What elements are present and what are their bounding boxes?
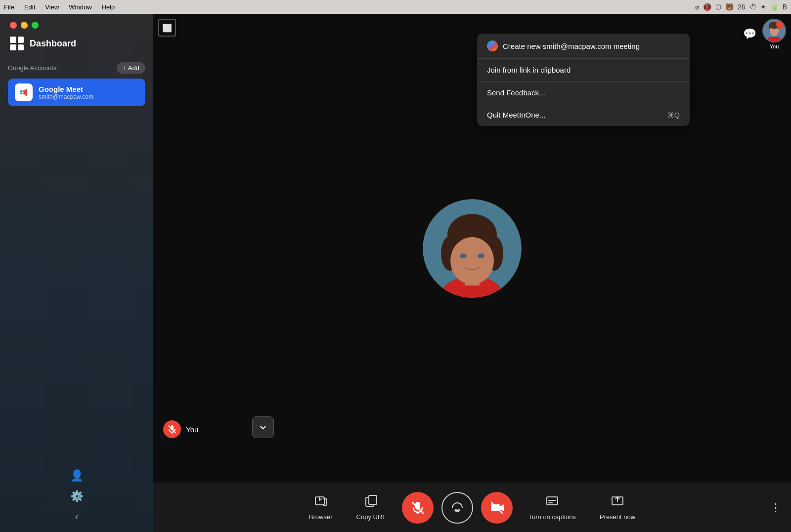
mute-button[interactable] bbox=[402, 492, 434, 524]
meeting-top-right: 💬 bbox=[743, 19, 786, 49]
google-meet-icon bbox=[15, 83, 33, 101]
clock-icon: ⏱ bbox=[749, 3, 756, 11]
meet-icon-small bbox=[487, 41, 498, 51]
menu-window[interactable]: Window bbox=[69, 3, 91, 11]
bottom-toolbar: Browser Copy URL bbox=[153, 483, 791, 532]
context-dropdown-menu: Create new smith@macpaw.com meeting Join… bbox=[477, 34, 690, 126]
notification-badge bbox=[776, 20, 785, 29]
join-from-link-item[interactable]: Join from link in clipboard bbox=[477, 59, 690, 81]
more-options-button[interactable]: ⋮ bbox=[770, 501, 781, 514]
bear-icon: 🐻 bbox=[725, 3, 734, 11]
more-icon: ⋮ bbox=[770, 501, 781, 514]
menu-bar: File Edit View Window Help ⌀ 📵 ⬡ 🐻 26 ⏱ … bbox=[0, 0, 791, 14]
maximize-button[interactable] bbox=[32, 22, 39, 29]
send-feedback-item[interactable]: Send Feedback... bbox=[477, 82, 690, 104]
menu-view[interactable]: View bbox=[45, 3, 59, 11]
copy-url-toolbar-item[interactable]: Copy URL bbox=[345, 494, 398, 521]
sidebar-title: Dashboard bbox=[30, 39, 76, 49]
meeting-area: ⬜ 💬 bbox=[153, 14, 791, 483]
captions-label: Turn on captions bbox=[528, 513, 576, 521]
menu-file[interactable]: File bbox=[4, 3, 14, 11]
screen-share-icon: ⬜ bbox=[158, 19, 176, 37]
copy-url-label: Copy URL bbox=[356, 513, 386, 521]
create-meeting-label: Create new smith@macpaw.com meeting bbox=[503, 42, 640, 50]
quit-shortcut: ⌘Q bbox=[667, 111, 680, 119]
present-now-toolbar-item[interactable]: Present now bbox=[588, 494, 647, 521]
chat-icon[interactable]: 💬 bbox=[743, 28, 756, 41]
present-icon bbox=[611, 494, 624, 510]
user-profile-button[interactable]: 👤 bbox=[70, 469, 84, 482]
svg-rect-6 bbox=[768, 37, 781, 42]
muted-you-label: You bbox=[186, 425, 198, 434]
browser-toolbar-item[interactable]: Browser bbox=[297, 494, 345, 521]
mic-slash-icon: ⌀ bbox=[695, 3, 699, 11]
battery-icon: 🔋 bbox=[770, 3, 779, 11]
main-content: ⬜ 💬 bbox=[153, 14, 791, 532]
create-meeting-item[interactable]: Create new smith@macpaw.com meeting bbox=[477, 34, 690, 58]
sidebar: Dashboard Google Accounts + Add bbox=[0, 14, 153, 532]
captions-toolbar-item[interactable]: Turn on captions bbox=[517, 494, 588, 521]
collapse-sidebar-button[interactable]: ‹ bbox=[75, 511, 79, 522]
account-email: smith@macpaw.com bbox=[39, 93, 93, 100]
camera-slash-icon: 📵 bbox=[703, 3, 711, 11]
quit-label: Quit MeetInOne... bbox=[487, 111, 545, 119]
minimize-button[interactable] bbox=[21, 22, 28, 29]
gear-icon: ⚙️ bbox=[70, 490, 84, 502]
dropbox-icon: ✦ bbox=[760, 3, 766, 11]
join-link-label: Join from link in clipboard bbox=[487, 66, 571, 74]
app-container: Dashboard Google Accounts + Add bbox=[0, 14, 791, 532]
traffic-lights bbox=[0, 14, 153, 35]
copy-url-icon bbox=[365, 494, 378, 510]
svg-point-16 bbox=[450, 237, 494, 285]
expand-panel-button[interactable] bbox=[252, 416, 274, 438]
browser-label: Browser bbox=[309, 513, 333, 521]
calendar-icon: 26 bbox=[738, 3, 746, 11]
present-label: Present now bbox=[600, 513, 635, 521]
participant-avatar bbox=[423, 199, 522, 298]
meeting-top-bar: ⬜ bbox=[158, 19, 176, 37]
accounts-section: Google Accounts + Add Google bbox=[0, 58, 153, 110]
quit-meetinone-item[interactable]: Quit MeetInOne... ⌘Q bbox=[477, 104, 690, 126]
muted-label: You bbox=[163, 420, 198, 438]
browser-icon bbox=[314, 494, 327, 510]
sidebar-bottom: 👤 ⚙️ ‹ bbox=[0, 469, 153, 522]
accounts-label: Google Accounts bbox=[8, 64, 56, 72]
camera-button[interactable] bbox=[481, 492, 513, 524]
sidebar-header: Dashboard bbox=[0, 35, 153, 58]
menu-bar-right: ⌀ 📵 ⬡ 🐻 26 ⏱ ✦ 🔋 B bbox=[695, 3, 787, 11]
dashboard-icon bbox=[10, 37, 24, 50]
user-avatar[interactable] bbox=[762, 19, 786, 42]
account-info: Google Meet smith@macpaw.com bbox=[39, 85, 93, 100]
meetinone-icon[interactable]: ⬡ bbox=[715, 3, 721, 11]
menu-edit[interactable]: Edit bbox=[24, 3, 35, 11]
hangup-button[interactable] bbox=[441, 492, 473, 524]
account-name: Google Meet bbox=[39, 85, 93, 93]
menu-help[interactable]: Help bbox=[102, 3, 115, 11]
bluetooth-icon: B bbox=[783, 3, 787, 11]
user-icon: 👤 bbox=[70, 469, 84, 482]
muted-mic-icon bbox=[163, 420, 181, 438]
google-meet-account-item[interactable]: Google Meet smith@macpaw.com bbox=[8, 79, 145, 106]
accounts-header: Google Accounts + Add bbox=[8, 62, 145, 74]
chevron-left-icon: ‹ bbox=[75, 511, 79, 522]
settings-button[interactable]: ⚙️ bbox=[70, 490, 84, 503]
captions-icon bbox=[546, 494, 559, 510]
close-button[interactable] bbox=[10, 22, 17, 29]
send-feedback-label: Send Feedback... bbox=[487, 88, 545, 97]
svg-point-18 bbox=[478, 253, 484, 258]
add-account-button[interactable]: + Add bbox=[117, 62, 145, 74]
user-label: You bbox=[770, 43, 779, 49]
svg-point-17 bbox=[460, 253, 467, 258]
